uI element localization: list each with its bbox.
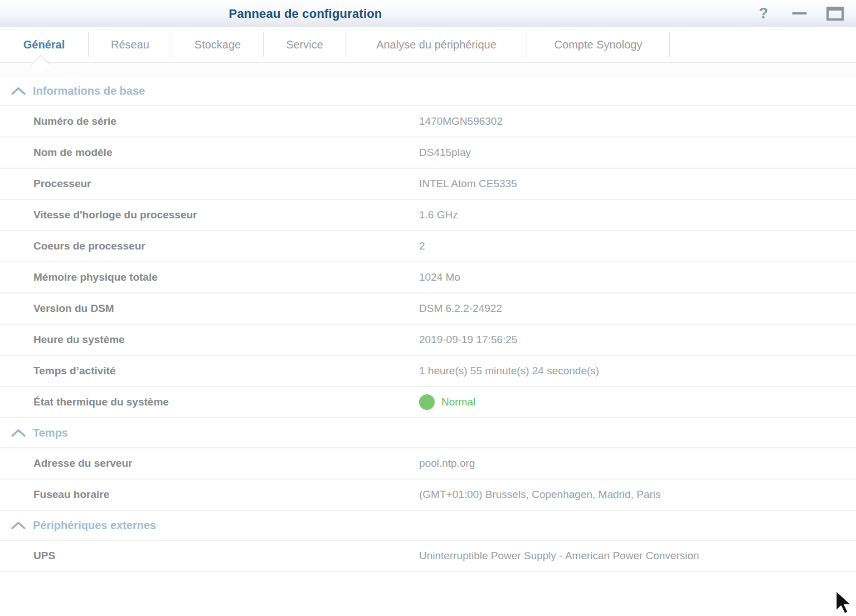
row-label: Fuseau horaire [0, 488, 419, 501]
row-value: pool.ntp.org [419, 457, 475, 470]
chevron-up-icon [11, 521, 26, 530]
row-value: 1024 Mo [419, 271, 460, 283]
info-row-cpu-clock: Vitesse d'horloge du processeur 1.6 GHz [0, 200, 856, 231]
status-badge: Normal [419, 394, 475, 410]
tab-bar: Général Réseau Stockage Service Analyse … [0, 27, 856, 63]
general-tab-content: Informations de base Numéro de série 147… [0, 76, 856, 572]
section-title: Périphériques externes [33, 519, 156, 532]
row-label: Vitesse d'horloge du processeur [0, 209, 419, 221]
control-panel-window: Panneau de configuration ? Général Résea… [0, 0, 856, 616]
row-label: UPS [0, 550, 419, 562]
row-label: Heure du système [0, 334, 419, 346]
external-row-ups: UPS Uninterruptible Power Supply - Ameri… [0, 541, 856, 572]
content-top-strip [0, 63, 856, 76]
info-row-dsm-version: Version du DSM DSM 6.2.2-24922 [0, 294, 856, 325]
row-label: Numéro de série [0, 115, 419, 128]
row-value: DS415play [419, 146, 471, 159]
row-label: Processeur [0, 178, 419, 190]
info-row-memory: Mémoire physique totale 1024 Mo [0, 262, 856, 294]
row-label: Adresse du serveur [0, 457, 419, 470]
info-row-uptime: Temps d’activité 1 heure(s) 55 minute(s)… [0, 356, 856, 387]
help-button[interactable]: ? [755, 4, 772, 23]
info-row-cpu-cores: Coeurs de processeur 2 [0, 231, 856, 262]
tab-general[interactable]: Général [0, 27, 88, 62]
row-label: Temps d’activité [0, 365, 419, 377]
chevron-up-icon [11, 429, 26, 437]
section-header-informations-de-base[interactable]: Informations de base [0, 76, 856, 106]
row-value: 1 heure(s) 55 minute(s) 24 seconde(s) [419, 365, 599, 377]
status-dot-icon [419, 394, 435, 410]
row-value: 1.6 GHz [419, 209, 458, 221]
info-row-serial: Numéro de série 1470MGN596302 [0, 106, 856, 138]
window-title: Panneau de configuration [0, 0, 611, 27]
minimize-button[interactable] [790, 4, 808, 23]
section-header-temps[interactable]: Temps [0, 418, 856, 448]
tab-analyse-peripherique[interactable]: Analyse du périphérique [346, 27, 527, 62]
tab-stockage[interactable]: Stockage [172, 27, 263, 62]
time-row-server-address: Adresse du serveur pool.ntp.org [0, 448, 856, 480]
title-bar: Panneau de configuration ? [0, 0, 856, 27]
row-label: Mémoire physique totale [0, 271, 419, 283]
mouse-cursor-icon [833, 589, 856, 616]
tab-compte-synology[interactable]: Compte Synology [527, 27, 669, 62]
tab-reseau[interactable]: Réseau [89, 27, 172, 62]
section-title: Temps [33, 427, 68, 439]
row-label: Version du DSM [0, 302, 419, 315]
chevron-up-icon [11, 87, 26, 95]
section-header-peripheriques-externes[interactable]: Périphériques externes [0, 511, 856, 541]
row-label: État thermique du système [0, 396, 419, 408]
row-label: Nom de modèle [0, 146, 419, 159]
row-value: Uninterruptible Power Supply - American … [419, 550, 699, 562]
row-label: Coeurs de processeur [0, 240, 419, 252]
tab-divider [669, 32, 670, 57]
row-value: INTEL Atom CE5335 [419, 178, 517, 190]
maximize-button[interactable] [826, 4, 844, 23]
window-controls: ? [755, 0, 844, 27]
row-value: DSM 6.2.2-24922 [419, 302, 502, 315]
maximize-icon [826, 7, 844, 21]
info-row-model: Nom de modèle DS415play [0, 138, 856, 169]
section-title: Informations de base [33, 85, 145, 97]
info-row-system-time: Heure du système 2019-09-19 17:56:25 [0, 325, 856, 356]
time-row-timezone: Fuseau horaire (GMT+01:00) Brussels, Cop… [0, 480, 856, 511]
info-row-thermal-status: État thermique du système Normal [0, 387, 856, 418]
row-value: 1470MGN596302 [419, 115, 503, 128]
status-text: Normal [441, 396, 475, 408]
help-icon: ? [759, 6, 769, 21]
tab-service[interactable]: Service [264, 27, 346, 62]
row-value: 2 [419, 240, 425, 252]
row-value: 2019-09-19 17:56:25 [419, 334, 517, 346]
row-value: (GMT+01:00) Brussels, Copenhagen, Madrid… [419, 488, 661, 501]
info-row-cpu: Processeur INTEL Atom CE5335 [0, 169, 856, 200]
minimize-icon [792, 12, 807, 14]
